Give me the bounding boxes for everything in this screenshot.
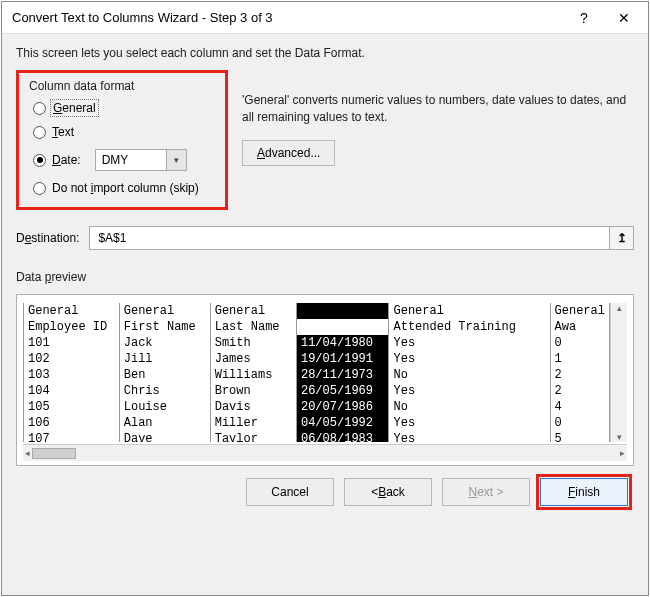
vertical-scrollbar[interactable]: ▴ ▾ xyxy=(610,303,627,442)
destination-label: Destination: xyxy=(16,231,79,245)
table-row: 105LouiseDavis20/07/1986No4 xyxy=(24,399,610,415)
cell: Attended Training xyxy=(389,319,550,335)
preview-table[interactable]: General General General DMY General Gene… xyxy=(23,303,610,442)
window-title: Convert Text to Columns Wizard - Step 3 … xyxy=(12,10,564,25)
radio-icon xyxy=(33,182,46,195)
radio-skip[interactable]: Do not import column (skip) xyxy=(33,181,215,195)
radio-general[interactable]: General xyxy=(33,101,215,115)
destination-field-wrap: ↥ xyxy=(89,226,634,250)
scroll-thumb[interactable] xyxy=(32,448,76,459)
chevron-down-icon[interactable]: ▾ xyxy=(166,150,186,170)
scroll-up-icon[interactable]: ▴ xyxy=(617,303,622,313)
horizontal-scrollbar[interactable]: ◂ ▸ xyxy=(23,444,627,461)
radio-icon xyxy=(33,154,46,167)
table-row: 103BenWilliams28/11/1973No2 xyxy=(24,367,610,383)
finish-button[interactable]: Finish xyxy=(540,478,628,506)
destination-input[interactable] xyxy=(90,227,609,249)
radio-icon xyxy=(33,102,46,115)
col-header[interactable]: General xyxy=(389,303,550,319)
format-description-area: 'General' converts numeric values to num… xyxy=(242,70,634,166)
table-row: 102JillJames19/01/1991Yes1 xyxy=(24,351,610,367)
date-format-value: DMY xyxy=(96,153,166,167)
table-row: 101JackSmith11/04/1980Yes0 xyxy=(24,335,610,351)
table-row: 107DaveTaylor06/08/1983Yes5 xyxy=(24,431,610,442)
column-data-format-group: Column data format General Text Date: DM… xyxy=(16,70,228,210)
help-icon[interactable]: ? xyxy=(564,3,604,33)
radio-text-label: Text xyxy=(52,125,74,139)
col-header[interactable]: General xyxy=(550,303,609,319)
close-icon[interactable]: ✕ xyxy=(604,3,644,33)
cell: Employee ID xyxy=(24,319,120,335)
radio-general-label: General xyxy=(52,101,97,115)
radio-icon xyxy=(33,126,46,139)
date-format-combo[interactable]: DMY ▾ xyxy=(95,149,187,171)
back-button[interactable]: < Back xyxy=(344,478,432,506)
cell: Last Name xyxy=(210,319,296,335)
next-button: Next > xyxy=(442,478,530,506)
format-legend: Column data format xyxy=(29,79,215,93)
advanced-button[interactable]: Advanced... xyxy=(242,140,335,166)
preview-label: Data preview xyxy=(16,270,634,284)
col-header[interactable]: General xyxy=(210,303,296,319)
title-bar: Convert Text to Columns Wizard - Step 3 … xyxy=(2,2,648,34)
cancel-button[interactable]: Cancel xyxy=(246,478,334,506)
col-header[interactable]: General xyxy=(119,303,210,319)
range-picker-icon[interactable]: ↥ xyxy=(609,227,633,249)
table-row: 104ChrisBrown26/05/1969Yes2 xyxy=(24,383,610,399)
wizard-dialog: Convert Text to Columns Wizard - Step 3 … xyxy=(1,1,649,596)
scroll-right-icon[interactable]: ▸ xyxy=(620,448,625,458)
scroll-down-icon[interactable]: ▾ xyxy=(617,432,622,442)
data-preview: General General General DMY General Gene… xyxy=(16,294,634,466)
table-row: 106AlanMiller04/05/1992Yes0 xyxy=(24,415,610,431)
cell: DOB xyxy=(296,319,389,335)
col-header[interactable]: DMY xyxy=(296,303,389,319)
scroll-left-icon[interactable]: ◂ xyxy=(25,448,30,458)
intro-text: This screen lets you select each column … xyxy=(16,46,634,60)
radio-skip-label: Do not import column (skip) xyxy=(52,181,199,195)
radio-date-label: Date: xyxy=(52,153,81,167)
format-description: 'General' converts numeric values to num… xyxy=(242,92,634,126)
wizard-buttons: Cancel < Back Next > Finish xyxy=(16,466,634,510)
col-header[interactable]: General xyxy=(24,303,120,319)
radio-text[interactable]: Text xyxy=(33,125,215,139)
cell: Awa xyxy=(550,319,609,335)
radio-date[interactable]: Date: DMY ▾ xyxy=(33,149,215,171)
cell: First Name xyxy=(119,319,210,335)
